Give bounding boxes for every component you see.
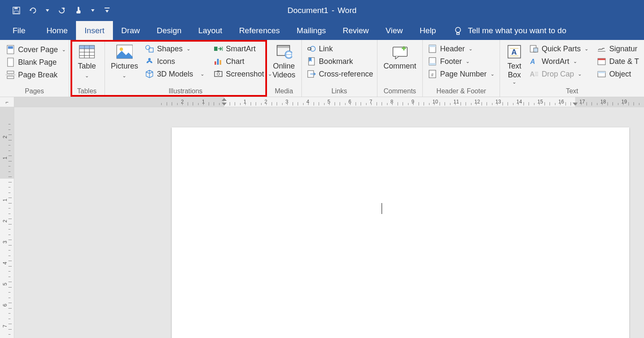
group-label-illustrations: Illustrations xyxy=(105,86,266,97)
text-box-button[interactable]: A Text Box ⌄ xyxy=(503,42,525,85)
document-area: ⌐ 2112345678910111213141516171819 211234… xyxy=(0,97,644,338)
online-videos-label: Online Videos xyxy=(272,62,296,79)
svg-rect-1 xyxy=(14,7,18,9)
quick-parts-button[interactable]: Quick Parts⌄ xyxy=(528,43,590,54)
page-break-button[interactable]: Page Break xyxy=(4,69,68,80)
document-name: Document1 xyxy=(288,6,328,15)
touch-dropdown-icon[interactable] xyxy=(91,6,95,15)
tab-home[interactable]: Home xyxy=(38,21,76,40)
chevron-down-icon: ⌄ xyxy=(512,79,516,85)
svg-rect-2 xyxy=(14,11,18,13)
blank-page-button[interactable]: Blank Page xyxy=(4,57,68,68)
svg-text:A: A xyxy=(530,71,535,78)
cross-reference-button[interactable]: Cross-reference xyxy=(305,69,375,79)
tab-file[interactable]: File xyxy=(0,21,38,40)
redo-icon[interactable] xyxy=(57,6,66,15)
group-label-links: Links xyxy=(302,86,377,97)
link-button[interactable]: Link xyxy=(305,43,375,54)
group-label-header-footer: Header & Footer xyxy=(423,86,500,97)
chevron-down-icon: ⌄ xyxy=(200,71,204,77)
tab-review[interactable]: Review xyxy=(334,21,377,40)
svg-rect-28 xyxy=(220,60,221,65)
pictures-icon xyxy=(116,43,133,60)
group-media: Online Videos Media xyxy=(267,40,302,97)
cover-page-icon xyxy=(6,45,15,54)
vertical-ruler[interactable]: 211234567 xyxy=(0,107,14,338)
horizontal-ruler[interactable]: 2112345678910111213141516171819 xyxy=(14,97,644,107)
svg-rect-8 xyxy=(8,58,13,66)
svg-text:#: # xyxy=(431,73,434,77)
page-viewport[interactable] xyxy=(14,107,644,338)
page-number-icon: # xyxy=(428,69,437,79)
pictures-button[interactable]: Pictures⌄ xyxy=(108,42,141,79)
shapes-button[interactable]: Shapes⌄ xyxy=(143,43,206,54)
tab-help[interactable]: Help xyxy=(411,21,444,40)
tab-layout[interactable]: Layout xyxy=(190,21,230,40)
page-number-button[interactable]: # Page Number⌄ xyxy=(426,69,496,79)
date-time-icon xyxy=(597,57,606,66)
signature-icon xyxy=(597,44,606,53)
3d-models-button[interactable]: 3D Models ⌄ xyxy=(143,69,206,79)
table-button[interactable]: Table⌄ xyxy=(75,42,98,79)
svg-rect-29 xyxy=(215,71,222,77)
titlebar: Document1-Word xyxy=(0,0,644,21)
tab-view[interactable]: View xyxy=(377,21,411,40)
tab-insert[interactable]: Insert xyxy=(76,21,113,40)
drop-cap-button[interactable]: A Drop Cap⌄ xyxy=(528,69,590,79)
svg-rect-25 xyxy=(222,47,223,51)
tab-mailings[interactable]: Mailings xyxy=(288,21,335,40)
screenshot-icon xyxy=(214,69,223,79)
tab-references[interactable]: References xyxy=(230,21,288,40)
online-videos-button[interactable]: Online Videos xyxy=(270,42,298,79)
tell-me[interactable]: Tell me what you want to do xyxy=(454,21,566,40)
customize-qat-icon[interactable] xyxy=(102,6,112,15)
signature-line-button[interactable]: Signatur xyxy=(595,43,641,54)
svg-rect-59 xyxy=(598,58,605,60)
group-label-tables: Tables xyxy=(69,86,105,97)
screenshot-button[interactable]: Screenshot⌄ xyxy=(212,69,274,79)
ribbon-tabs: File Home Insert Draw Design Layout Refe… xyxy=(0,21,644,40)
svg-rect-7 xyxy=(8,46,13,49)
blank-page-icon xyxy=(6,58,15,67)
touch-mode-icon[interactable] xyxy=(74,6,83,15)
text-box-icon: A xyxy=(506,43,523,60)
footer-button[interactable]: Footer⌄ xyxy=(426,56,496,67)
chevron-down-icon: ⌄ xyxy=(573,58,577,64)
bookmark-button[interactable]: Bookmark xyxy=(305,56,375,67)
group-header-footer: Header⌄ Footer⌄ # Page Number⌄ Header & … xyxy=(423,40,500,97)
object-button[interactable]: Object xyxy=(595,69,641,79)
app-name: Word xyxy=(338,6,356,15)
group-pages: Cover Page⌄ Blank Page Page Break Pages xyxy=(0,40,69,97)
svg-point-23 xyxy=(148,58,151,61)
group-links: Link Bookmark Cross-reference Links xyxy=(302,40,377,97)
comment-icon xyxy=(391,43,408,60)
cover-page-button[interactable]: Cover Page⌄ xyxy=(4,44,68,55)
header-button[interactable]: Header⌄ xyxy=(426,43,496,54)
group-text: A Text Box ⌄ Quick Parts⌄ A WordArt⌄ A D… xyxy=(500,40,644,97)
undo-dropdown-icon[interactable] xyxy=(45,6,50,15)
lightbulb-icon xyxy=(454,26,462,35)
svg-point-20 xyxy=(120,48,123,51)
header-icon xyxy=(428,44,437,53)
svg-rect-36 xyxy=(308,48,311,50)
save-icon[interactable] xyxy=(12,6,21,15)
tab-draw[interactable]: Draw xyxy=(113,21,148,40)
svg-rect-33 xyxy=(277,45,290,48)
svg-rect-51 xyxy=(534,48,538,52)
ruler-corner[interactable]: ⌐ xyxy=(0,97,14,107)
wordart-icon: A xyxy=(529,57,539,66)
undo-icon[interactable] xyxy=(29,6,38,15)
document-page[interactable] xyxy=(172,127,629,338)
svg-rect-9 xyxy=(7,71,14,74)
smartart-icon xyxy=(214,44,223,53)
footer-icon xyxy=(428,57,437,66)
comment-button[interactable]: Comment xyxy=(381,42,419,71)
tab-design[interactable]: Design xyxy=(148,21,190,40)
wordart-button[interactable]: A WordArt⌄ xyxy=(528,56,590,67)
chart-button[interactable]: Chart xyxy=(212,56,274,67)
svg-text:A: A xyxy=(530,58,535,65)
date-time-button[interactable]: Date & T xyxy=(595,56,641,67)
icons-button[interactable]: Icons xyxy=(143,56,206,67)
group-comments: Comment Comments xyxy=(377,40,423,97)
smartart-button[interactable]: SmartArt xyxy=(212,43,274,54)
